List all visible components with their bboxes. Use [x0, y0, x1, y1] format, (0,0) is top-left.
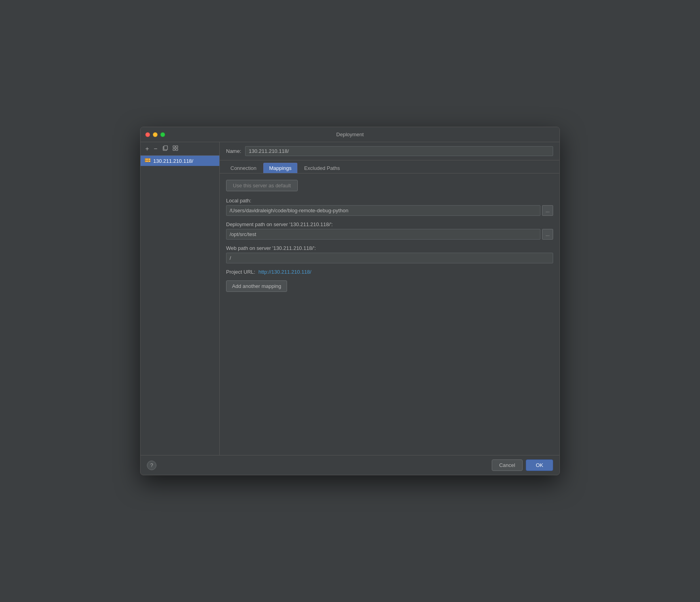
title-bar: Deployment [141, 127, 559, 142]
sidebar-item-label: 130.211.210.118/ [153, 158, 193, 164]
window-title: Deployment [336, 131, 363, 137]
add-mapping-button[interactable]: Add another mapping [226, 280, 287, 292]
project-url-link[interactable]: http://130.211.210.118/ [259, 269, 312, 275]
svg-rect-4 [173, 149, 175, 150]
close-button[interactable] [145, 132, 150, 137]
name-row: Name: [220, 142, 559, 160]
local-path-browse-button[interactable]: ... [542, 205, 553, 216]
name-label: Name: [226, 148, 241, 154]
svg-rect-3 [176, 146, 178, 148]
local-path-row: ... [226, 205, 553, 216]
tab-mappings[interactable]: Mappings [263, 163, 297, 173]
deployment-dialog: Deployment + − [140, 127, 560, 475]
svg-point-9 [149, 161, 150, 162]
footer-actions: Cancel OK [492, 459, 553, 471]
svg-rect-2 [173, 146, 175, 148]
tab-connection[interactable]: Connection [224, 163, 262, 173]
name-input[interactable] [245, 146, 553, 156]
web-path-label: Web path on server '130.211.210.118/': [226, 245, 553, 251]
move-server-button[interactable] [171, 145, 180, 153]
tab-excluded-paths[interactable]: Excluded Paths [298, 163, 346, 173]
svg-rect-1 [164, 146, 167, 150]
sidebar: + − [141, 142, 220, 455]
deployment-path-input[interactable] [226, 229, 540, 240]
add-server-button[interactable]: + [144, 145, 150, 153]
window-body: + − [141, 142, 559, 455]
maximize-button[interactable] [160, 132, 165, 137]
use-as-default-button[interactable]: Use this server as default [226, 180, 298, 191]
remove-server-button[interactable]: − [152, 145, 159, 153]
svg-rect-10 [146, 159, 148, 160]
ok-button[interactable]: OK [526, 459, 553, 471]
tabs-bar: Connection Mappings Excluded Paths [220, 160, 559, 173]
sidebar-item-server[interactable]: 130.211.210.118/ [141, 156, 219, 166]
local-path-label: Local path: [226, 198, 553, 204]
deployment-path-group: Deployment path on server '130.211.210.1… [226, 221, 553, 240]
svg-rect-11 [146, 161, 148, 162]
deployment-path-row: ... [226, 229, 553, 240]
svg-point-8 [149, 159, 150, 160]
web-path-input[interactable] [226, 253, 553, 263]
minimize-button[interactable] [153, 132, 158, 137]
mappings-content: Use this server as default Local path: .… [220, 173, 559, 455]
deployment-path-label: Deployment path on server '130.211.210.1… [226, 221, 553, 227]
svg-rect-5 [176, 149, 178, 150]
local-path-input[interactable] [226, 205, 540, 216]
help-button[interactable]: ? [147, 461, 156, 470]
main-content: Name: Connection Mappings Excluded Paths… [220, 142, 559, 455]
copy-server-button[interactable] [161, 145, 169, 153]
deployment-path-browse-button[interactable]: ... [542, 229, 553, 240]
window-footer: ? Cancel OK [141, 455, 559, 475]
local-path-group: Local path: ... [226, 198, 553, 216]
traffic-lights [145, 132, 165, 137]
sidebar-toolbar: + − [141, 142, 219, 156]
project-url-row: Project URL: http://130.211.210.118/ [226, 269, 553, 275]
web-path-group: Web path on server '130.211.210.118/': [226, 245, 553, 263]
cancel-button[interactable]: Cancel [492, 459, 523, 471]
project-url-label: Project URL: [226, 269, 255, 275]
server-icon [145, 158, 151, 164]
